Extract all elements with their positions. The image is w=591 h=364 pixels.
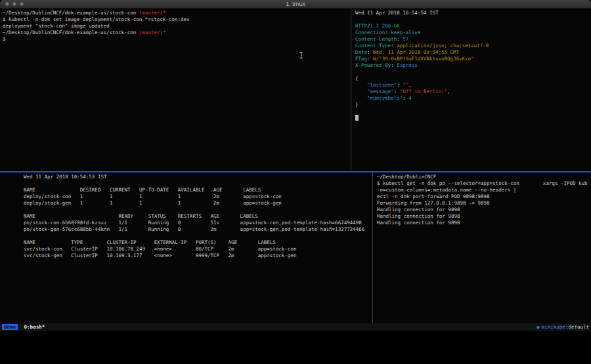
terminal-line: NAME READY STATUS RESTARTS AGE LABELS xyxy=(24,213,369,220)
tmux-terminal: ~/Desktop/DublinCNCF/dok-example-us/stoc… xyxy=(0,9,591,323)
terminal-line: deployment "stock-con" image updated xyxy=(3,23,347,30)
terminal-line: Handling connection for 9898 xyxy=(377,207,588,213)
terminal-line: "numsymbols": 4 xyxy=(355,95,588,102)
mouse-text-cursor xyxy=(301,52,301,58)
terminal-line xyxy=(24,180,369,187)
terminal-line: HTTP/1.1 200 OK xyxy=(355,23,588,30)
terminal-line: deploy/stock-gen 1 1 1 1 2m app=stock-ge… xyxy=(24,200,369,207)
kubernetes-context-icon: ● xyxy=(536,323,540,331)
terminal-line: Content-Length: 57 xyxy=(355,36,588,43)
status-left: demo 0:bash* xyxy=(2,323,45,331)
tmux-status-bar: demo 0:bash* ● minikube :default xyxy=(0,323,591,331)
terminal-line: ~/Desktop/DublinCNCF xyxy=(377,174,588,180)
terminal-line: svc/stock-gen ClusterIP 10.109.3.177 <no… xyxy=(24,253,369,259)
terminal-line: Content-Type: application/json; charset=… xyxy=(355,43,588,49)
terminal-line: } xyxy=(355,102,588,108)
status-right: ● minikube :default xyxy=(536,323,589,331)
pane-http-response[interactable]: Wed 11 Apr 2018 10:54:54 IST HTTP/1.1 20… xyxy=(353,9,591,171)
terminal-line xyxy=(24,233,369,239)
terminal-line: { xyxy=(355,75,588,82)
titlebar[interactable]: 1. tmux xyxy=(0,0,591,9)
terminal-line xyxy=(355,16,588,23)
terminal-line: $ kubectl -n dok set image deployment/st… xyxy=(3,16,347,23)
terminal-line: NAME TYPE CLUSTER-IP EXTERNAL-IP PORT(S)… xyxy=(24,239,369,246)
terminal-line xyxy=(355,69,588,75)
pane-shell-kubectl-set-image[interactable]: ~/Desktop/DublinCNCF/dok-example-us/stoc… xyxy=(0,9,350,171)
terminal-line: Wed 11 Apr 2018 10:54:54 IST xyxy=(355,10,588,16)
terminal-line: Connection: keep-alive xyxy=(355,30,588,36)
window-tab-bash[interactable]: 0:bash* xyxy=(24,324,45,330)
kube-context: minikube xyxy=(542,323,565,331)
terminal-line: po/stock-con-bb68f88fd-kzsxz 1/1 Running… xyxy=(24,220,369,226)
terminal-line: X-Powered-By: Express xyxy=(355,62,588,69)
terminal-line: "message": "Off to Berlin!", xyxy=(355,89,588,95)
terminal-line: Handling connection for 9898 xyxy=(377,213,588,220)
terminal-line: $ xyxy=(3,36,347,43)
window-title: 1. tmux xyxy=(0,0,591,9)
terminal-line: ectl -n dok port-forward POD 9898:9898 xyxy=(377,193,588,200)
terminal-window: 1. tmux ~/Desktop/DublinCNCF/dok-example… xyxy=(0,0,591,331)
terminal-line xyxy=(355,108,588,115)
text-cursor xyxy=(355,115,359,121)
terminal-line: Date: Wed, 11 Apr 2018 09:54:55 GMT xyxy=(355,49,588,56)
terminal-line: "lastseen": "", xyxy=(355,82,588,89)
pane-port-forward[interactable]: ~/Desktop/DublinCNCF$ kubectl get -n dok… xyxy=(374,172,591,323)
terminal-line: -o=custom-columns=:metadata.name --no-he… xyxy=(377,187,588,193)
terminal-line: po/stock-gen-576cc688bb-44knn 1/1 Runnin… xyxy=(24,226,369,233)
session-name[interactable]: demo xyxy=(2,324,18,330)
terminal-line: ETag: W/"39-0xBPf9aF1dXVNkhsxoBQgJ8vKzo" xyxy=(355,56,588,62)
terminal-line: ~/Desktop/DublinCNCF/dok-example-us/stoc… xyxy=(3,10,347,16)
terminal-line: Handling connection for 9898 xyxy=(377,220,588,226)
pane-kubectl-resources-watch[interactable]: Wed 11 Apr 2018 10:54:53 IST NAME DESIRE… xyxy=(0,172,372,323)
terminal-line: Forwarding from 127.0.0.1:9898 -> 9898 xyxy=(377,200,588,207)
pane-divider-vertical-bottom[interactable] xyxy=(372,172,373,323)
kube-namespace: :default xyxy=(565,323,589,331)
terminal-line: Wed 11 Apr 2018 10:54:53 IST xyxy=(24,174,369,180)
terminal-line: svc/stock-con ClusterIP 10.106.78.249 <n… xyxy=(24,246,369,253)
pane-divider-vertical-top[interactable] xyxy=(351,9,351,171)
terminal-line: ~/Desktop/DublinCNCF/dok-example-us/stoc… xyxy=(3,30,347,36)
terminal-line xyxy=(355,115,588,121)
terminal-line xyxy=(24,207,369,213)
terminal-line: deploy/stock-con 1 1 1 1 2m app=stock-co… xyxy=(24,193,369,200)
terminal-line: $ kubectl get -n dok po --selector=app=s… xyxy=(377,180,588,187)
terminal-line: NAME DESIRED CURRENT UP-TO-DATE AVAILABL… xyxy=(24,187,369,193)
